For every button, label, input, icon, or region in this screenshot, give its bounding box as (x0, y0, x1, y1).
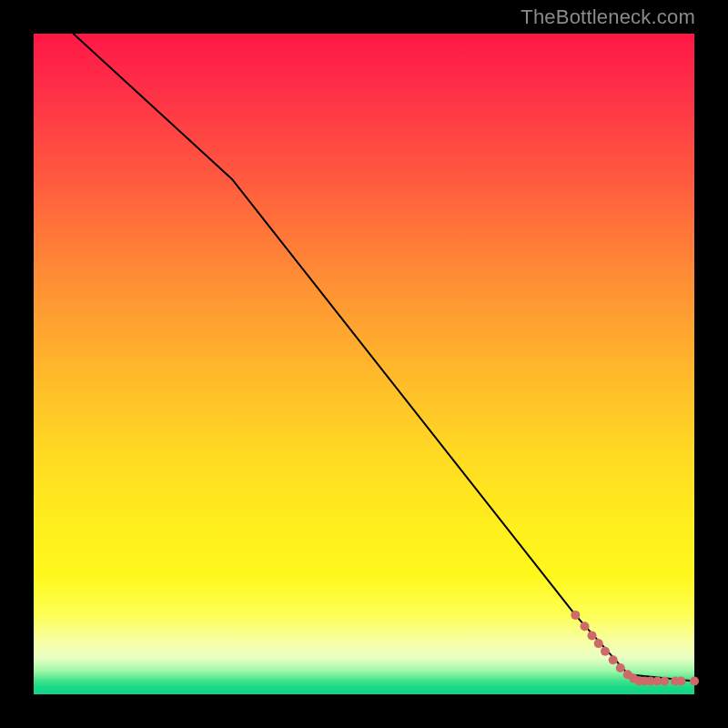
plot-area (34, 34, 694, 694)
dot (571, 611, 580, 620)
chart-frame: TheBottleneck.com (0, 0, 728, 728)
dot (609, 655, 618, 664)
dot (677, 677, 686, 686)
dot (690, 677, 699, 686)
dot (660, 677, 669, 686)
watermark-text: TheBottleneck.com (521, 5, 695, 29)
dot (581, 622, 590, 631)
dot (601, 647, 610, 656)
dots-series (571, 611, 699, 686)
curve-line (74, 34, 694, 682)
dot (616, 663, 625, 672)
dot (594, 639, 603, 648)
curve-series (74, 34, 694, 682)
dot (588, 631, 597, 640)
chart-svg (34, 34, 694, 694)
